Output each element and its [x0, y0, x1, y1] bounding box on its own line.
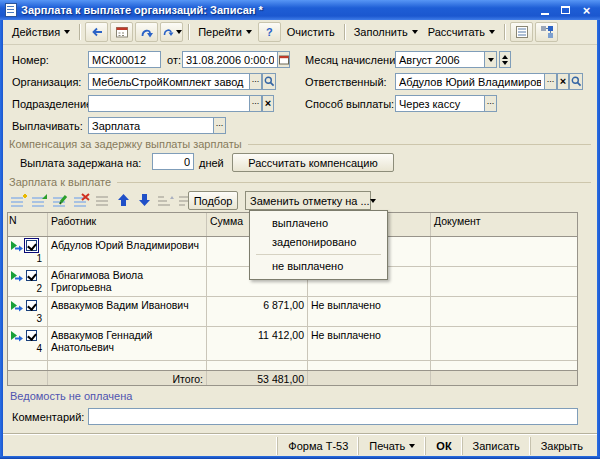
pay-input[interactable]: [88, 117, 214, 134]
header-num[interactable]: N: [8, 213, 48, 236]
calendar-icon: [115, 25, 129, 39]
actions-menu-button[interactable]: Действия: [7, 23, 75, 41]
employee-name[interactable]: Аввакумов Вадим Иванович: [48, 297, 207, 326]
chevron-down-icon: [64, 30, 70, 34]
statement-status-text: Ведомость не оплачена: [10, 390, 132, 402]
row-checkbox[interactable]: [26, 330, 37, 341]
row-checkbox[interactable]: [26, 270, 37, 281]
ok-button[interactable]: ОК: [425, 437, 461, 455]
actions-label: Действия: [12, 26, 60, 38]
calculate-compensation-button[interactable]: Рассчитать компенсацию: [232, 153, 394, 172]
fill-menu-button[interactable]: Заполнить: [349, 23, 423, 41]
organization-input[interactable]: [88, 73, 250, 90]
save-button[interactable]: Записать: [462, 437, 530, 455]
move-row-button[interactable]: [93, 192, 111, 208]
delay-days-input[interactable]: [152, 153, 194, 170]
window-title: Зарплата к выплате организаций: Записан …: [21, 4, 532, 16]
copy-row-button[interactable]: [30, 192, 48, 208]
structure-button[interactable]: [535, 22, 558, 42]
organization-row: Организация: Ответственный:: [0, 73, 600, 91]
print-button[interactable]: Печать: [358, 437, 425, 455]
grid-toolbar: [9, 190, 195, 210]
goto-menu-button[interactable]: Перейти: [193, 23, 257, 41]
row-checkbox[interactable]: [26, 240, 37, 251]
header-employee[interactable]: Работник: [48, 213, 207, 236]
number-input[interactable]: [88, 51, 161, 68]
amount-cell[interactable]: 6 871,00: [207, 297, 308, 326]
back-button[interactable]: [85, 22, 108, 42]
move-up-button[interactable]: [114, 192, 132, 208]
document-cell[interactable]: [431, 327, 577, 360]
sort-asc-button[interactable]: [156, 192, 174, 208]
compensation-section-header: Компенсация за задержку выплаты зарплаты: [9, 138, 591, 150]
delay-label: Выплата задержана на:: [20, 157, 141, 169]
compensation-section-title: Компенсация за задержку выплаты зарплаты: [9, 138, 242, 150]
responsible-open-button[interactable]: [569, 73, 583, 90]
clear-button[interactable]: Очистить: [282, 23, 340, 41]
organization-select-button[interactable]: [249, 73, 262, 90]
month-spinner[interactable]: [499, 51, 511, 68]
pay-method-select-button[interactable]: [484, 95, 497, 112]
footer-button-bar: Форма Т-53 Печать ОК Записать Закрыть: [3, 435, 597, 456]
department-clear-button[interactable]: [262, 95, 274, 112]
employee-name[interactable]: Аввакумов Геннадий Анатольевич: [48, 327, 207, 360]
document-cell[interactable]: [431, 267, 577, 296]
help-button[interactable]: ?: [258, 22, 281, 42]
header-document[interactable]: Документ: [431, 213, 577, 236]
chevron-down-icon: [489, 30, 495, 34]
total-amount: 53 481,00: [207, 371, 308, 386]
menu-item-paid[interactable]: выплачено: [250, 214, 387, 233]
responsible-input[interactable]: [395, 73, 545, 90]
mark-cell[interactable]: Не выплачено: [308, 297, 431, 326]
delete-row-button[interactable]: [72, 192, 90, 208]
list-settings-button[interactable]: [510, 22, 533, 42]
maximize-button[interactable]: [557, 3, 574, 18]
mark-cell[interactable]: Не выплачено: [308, 327, 431, 360]
toolbar-separator: [188, 24, 189, 40]
pay-select-button[interactable]: [213, 117, 226, 134]
department-row: Подразделение: Способ выплаты:: [0, 95, 600, 113]
form-t53-button[interactable]: Форма Т-53: [277, 437, 358, 455]
delete-row-icon: [73, 193, 90, 208]
table-row[interactable]: 4 Аввакумов Геннадий Анатольевич 11 412,…: [8, 327, 577, 361]
month-input[interactable]: [395, 51, 485, 68]
move-down-button[interactable]: [135, 192, 153, 208]
close-window-button[interactable]: Закрыть: [530, 437, 593, 455]
pay-label: Выплачивать:: [12, 120, 83, 132]
row-checkbox[interactable]: [26, 300, 37, 311]
organization-open-button[interactable]: [262, 73, 276, 90]
department-select-button[interactable]: [249, 95, 262, 112]
add-row-button[interactable]: [9, 192, 27, 208]
related-documents-button[interactable]: [160, 22, 183, 42]
pay-method-input[interactable]: [395, 95, 485, 112]
employee-name[interactable]: Абнагимова Виола Григорьевна: [48, 267, 207, 296]
calculate-menu-button[interactable]: Рассчитать: [423, 23, 500, 41]
responsible-select-button[interactable]: [544, 73, 557, 90]
menu-item-unpaid[interactable]: не выплачено: [250, 257, 387, 276]
document-cell[interactable]: [431, 297, 577, 326]
employee-name[interactable]: Абдулов Юрий Владимирович: [48, 237, 207, 266]
edit-row-button[interactable]: [51, 192, 69, 208]
date-picker-button[interactable]: [277, 51, 290, 68]
replace-mark-dropdown-button[interactable]: Заменить отметку на ...: [245, 191, 371, 210]
table-row[interactable]: 3 Аввакумов Вадим Иванович 6 871,00 Не в…: [8, 297, 577, 327]
post-document-button[interactable]: [135, 22, 158, 42]
document-date-button[interactable]: [110, 22, 133, 42]
number-label: Номер:: [12, 54, 49, 66]
minimize-button[interactable]: [536, 3, 553, 18]
amount-cell[interactable]: 11 412,00: [207, 327, 308, 360]
row-state-icon: [9, 269, 23, 282]
salary-section-title: Зарплата к выплате: [9, 176, 111, 188]
close-button[interactable]: ×: [578, 3, 595, 18]
pick-button[interactable]: Подбор: [188, 191, 238, 210]
department-input[interactable]: [88, 95, 250, 112]
menu-item-deposited[interactable]: задепонировано: [250, 233, 387, 252]
compensation-row: Выплата задержана на: дней Рассчитать ко…: [0, 153, 600, 171]
date-input[interactable]: [182, 51, 278, 68]
month-dropdown-button[interactable]: [484, 51, 497, 68]
responsible-clear-button[interactable]: [557, 73, 569, 90]
document-cell[interactable]: [431, 237, 577, 266]
section-rule: [117, 182, 591, 183]
comment-input[interactable]: [88, 408, 578, 425]
department-label: Подразделение:: [12, 98, 95, 110]
